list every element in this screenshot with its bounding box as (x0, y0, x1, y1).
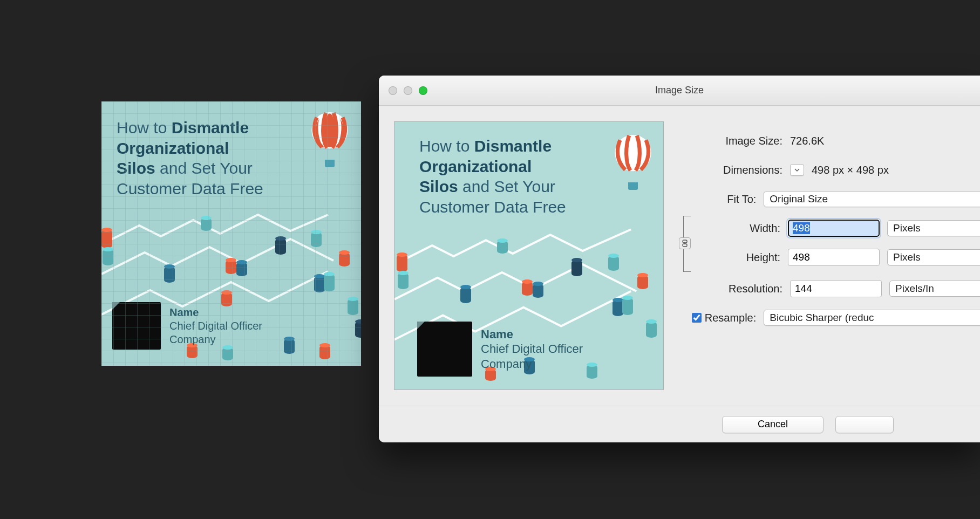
dimensions-label: Dimensions: (680, 164, 782, 176)
dimensions-value: 498 px × 498 px (812, 164, 889, 176)
cylinder-icon (324, 274, 335, 291)
cylinder-icon (319, 345, 330, 359)
fit-to-select[interactable]: Original Size (764, 191, 980, 207)
avatar-placeholder (112, 302, 161, 350)
cylinder-icon (226, 260, 236, 274)
cylinder-icon (348, 299, 358, 315)
cylinder-icon (314, 276, 325, 292)
author-company: Company (169, 333, 262, 346)
cylinder-icon (284, 339, 295, 354)
dialog-button-bar: Cancel (379, 406, 980, 442)
cylinder-icon (164, 267, 175, 283)
image-size-dialog: Image Size How to Dismantle Organization… (379, 76, 980, 442)
dimensions-unit-dropdown[interactable] (790, 164, 804, 176)
author-block: Name Chief Digital Officer Company (112, 302, 262, 350)
dialog-titlebar[interactable]: Image Size (379, 76, 980, 106)
preview-author-block: Name Chief Digital Officer Company (417, 322, 583, 377)
cylinder-icon (339, 252, 350, 267)
width-input[interactable] (788, 220, 880, 237)
resolution-input[interactable] (790, 280, 882, 297)
cylinder-icon (101, 230, 112, 248)
dialog-title: Image Size (379, 85, 980, 96)
height-label: Height: (699, 251, 780, 264)
image-size-label: Image Size: (680, 135, 782, 147)
resolution-unit-select[interactable]: Pixels/In (889, 281, 980, 297)
constrain-proportions-toggle[interactable] (679, 237, 691, 249)
resample-method-select[interactable]: Bicubic Sharper (reduc (764, 310, 980, 326)
width-unit-select[interactable]: Pixels (887, 220, 980, 236)
author-role: Chief Digital Officer (169, 319, 262, 333)
document-canvas: How to Dismantle Organizational Silos an… (101, 101, 361, 366)
fit-to-label: Fit To: (680, 193, 756, 206)
cylinder-icon (311, 232, 322, 247)
width-label: Width: (699, 222, 780, 235)
ok-button[interactable] (835, 416, 894, 433)
image-size-value: 726.6K (790, 135, 824, 147)
cylinder-icon (103, 249, 113, 265)
resolution-label: Resolution: (680, 283, 782, 295)
avatar-placeholder (417, 322, 472, 377)
image-preview: How to Dismantle Organizational Silos an… (394, 121, 664, 390)
cancel-button[interactable]: Cancel (722, 416, 824, 433)
cylinder-icon (275, 238, 286, 255)
cylinder-icon (201, 218, 212, 231)
hot-air-balloon (310, 112, 349, 167)
height-input[interactable] (788, 249, 880, 266)
image-size-form: Image Size: 726.6K Dimensions: 498 px × … (680, 121, 980, 391)
author-name: Name (169, 306, 262, 319)
resample-label: Resample: (705, 312, 757, 324)
resample-checkbox[interactable] (692, 313, 702, 323)
cylinder-icon (236, 262, 247, 276)
height-unit-select[interactable]: Pixels (887, 249, 980, 265)
hot-air-balloon (614, 135, 652, 190)
cylinder-icon (355, 322, 361, 338)
